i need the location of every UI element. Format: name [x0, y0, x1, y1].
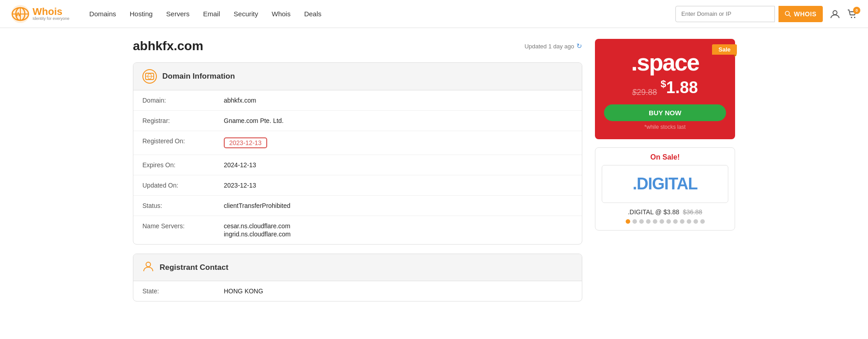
carousel-dot-10[interactable] — [693, 219, 698, 224]
expires-on-row: Expires On: 2024-12-13 — [133, 155, 582, 175]
sidebar: Sale .space $29.88 $1.88 BUY NOW *while … — [595, 39, 735, 311]
registered-on-row: Registered On: 2023-12-13 — [133, 131, 582, 155]
registrant-card-title: Registrant Contact — [160, 263, 228, 272]
digital-price-row: .DIGITAL @ $3.88 $36.88 — [595, 208, 735, 216]
domain-info-header: Domain Information — [133, 63, 582, 90]
carousel-dot-1[interactable] — [632, 219, 637, 224]
updated-text: Updated 1 day ago ↻ — [524, 42, 582, 50]
carousel-dot-2[interactable] — [639, 219, 644, 224]
sale-card: Sale .space $29.88 $1.88 BUY NOW *while … — [595, 39, 735, 139]
expires-on-value: 2024-12-13 — [224, 161, 573, 169]
name-servers-row: Name Servers: cesar.ns.cloudflare.com in… — [133, 216, 582, 244]
svg-point-10 — [854, 17, 855, 18]
cart-icon-button[interactable]: 0 — [847, 9, 857, 19]
digital-old-price: $36.88 — [683, 208, 702, 216]
cart-badge: 0 — [853, 7, 860, 14]
digital-tld: .DIGITAL — [607, 174, 723, 193]
buy-now-button[interactable]: BUY NOW — [604, 104, 726, 121]
page-content: abhkfx.com Updated 1 day ago ↻ Domain In… — [122, 28, 746, 311]
nav-item-domains[interactable]: Domains — [84, 6, 122, 21]
domain-row: Domain: abhkfx.com — [133, 90, 582, 111]
carousel-dot-8[interactable] — [680, 219, 684, 224]
nav-item-servers[interactable]: Servers — [161, 6, 195, 21]
user-icon-button[interactable] — [830, 9, 840, 19]
nameserver-2: ingrid.ns.cloudflare.com — [224, 231, 573, 238]
updated-label: Updated 1 day ago — [524, 43, 574, 50]
page-header: abhkfx.com Updated 1 day ago ↻ — [133, 39, 582, 53]
state-row: State: HONG KONG — [133, 281, 582, 301]
main-column: abhkfx.com Updated 1 day ago ↻ Domain In… — [133, 39, 582, 311]
carousel-dot-3[interactable] — [646, 219, 651, 224]
status-label: Status: — [142, 202, 224, 209]
registered-on-value: 2023-12-13 — [224, 137, 267, 148]
nav-item-email[interactable]: Email — [198, 6, 226, 21]
updated-on-label: Updated On: — [142, 182, 224, 189]
logo-tagline-text: Identity for everyone — [33, 17, 70, 21]
search-icon — [785, 11, 791, 17]
refresh-icon[interactable]: ↻ — [576, 42, 582, 50]
registrar-row: Registrar: Gname.com Pte. Ltd. — [133, 111, 582, 131]
svg-point-6 — [785, 11, 789, 15]
main-nav: Domains Hosting Servers Email Security W… — [84, 6, 676, 21]
nav-item-whois[interactable]: Whois — [266, 6, 296, 21]
carousel-dot-7[interactable] — [673, 219, 678, 224]
carousel-dot-6[interactable] — [666, 219, 671, 224]
registered-on-label: Registered On: — [142, 137, 224, 145]
new-price: $1.88 — [660, 78, 698, 97]
registrant-contact-card: Registrant Contact State: HONG KONG — [133, 254, 582, 301]
user-icon — [830, 9, 840, 19]
registrar-label: Registrar: — [142, 117, 224, 124]
search-area: WHOIS — [675, 6, 823, 22]
search-button-label: WHOIS — [794, 10, 816, 18]
search-input[interactable] — [675, 6, 775, 22]
sale-ribbon: Sale — [712, 44, 737, 55]
logo-icon: W — [11, 5, 30, 24]
price-row: $29.88 $1.88 — [604, 78, 726, 97]
domain-value: abhkfx.com — [224, 97, 573, 104]
new-price-value: 1.88 — [666, 78, 698, 97]
carousel-dots — [595, 216, 735, 224]
expires-on-label: Expires On: — [142, 161, 224, 169]
digital-tld-box: .DIGITAL — [602, 165, 728, 203]
carousel-dot-0[interactable] — [626, 219, 630, 224]
logo-link[interactable]: W Whois Identity for everyone — [11, 5, 70, 24]
new-price-symbol: $ — [660, 78, 666, 89]
domain-card-icon — [142, 69, 157, 84]
carousel-dot-5[interactable] — [660, 219, 664, 224]
name-servers-label: Name Servers: — [142, 222, 224, 230]
updated-on-row: Updated On: 2023-12-13 — [133, 175, 582, 196]
status-row: Status: clientTransferProhibited — [133, 196, 582, 216]
digital-price-label: .DIGITAL @ $3.88 — [628, 208, 679, 216]
carousel-dot-9[interactable] — [687, 219, 691, 224]
old-price: $29.88 — [632, 88, 657, 97]
svg-point-9 — [851, 17, 852, 18]
carousel-dot-4[interactable] — [653, 219, 657, 224]
carousel-dot-11[interactable] — [700, 219, 705, 224]
updated-on-value: 2023-12-13 — [224, 182, 573, 189]
main-header: W Whois Identity for everyone Domains Ho… — [0, 0, 868, 28]
state-value: HONG KONG — [224, 287, 573, 295]
header-icons: 0 — [830, 9, 857, 19]
nav-item-hosting[interactable]: Hosting — [124, 6, 158, 21]
name-servers-values: cesar.ns.cloudflare.com ingrid.ns.cloudf… — [224, 222, 573, 238]
svg-point-14 — [146, 262, 151, 267]
on-sale-card: On Sale! .DIGITAL .DIGITAL @ $3.88 $36.8… — [595, 147, 735, 231]
old-price-value: 29.88 — [637, 88, 657, 97]
registrant-icon — [142, 260, 154, 274]
svg-line-7 — [789, 15, 791, 17]
nav-item-security[interactable]: Security — [228, 6, 264, 21]
nav-item-deals[interactable]: Deals — [299, 6, 327, 21]
domain-info-card: Domain Information Domain: abhkfx.com Re… — [133, 62, 582, 245]
state-label: State: — [142, 287, 224, 295]
registrant-card-header: Registrant Contact — [133, 254, 582, 281]
svg-text:W: W — [15, 11, 21, 18]
old-price-symbol: $ — [632, 88, 637, 97]
domain-label: Domain: — [142, 97, 224, 104]
search-button[interactable]: WHOIS — [778, 6, 823, 22]
domain-info-card-title: Domain Information — [162, 72, 235, 81]
stocks-text: *while stocks last — [604, 124, 726, 130]
on-sale-header: On Sale! — [595, 148, 735, 165]
logo-whois-text: Whois — [33, 7, 70, 17]
registrar-value: Gname.com Pte. Ltd. — [224, 117, 573, 124]
domain-title: abhkfx.com — [133, 39, 519, 53]
